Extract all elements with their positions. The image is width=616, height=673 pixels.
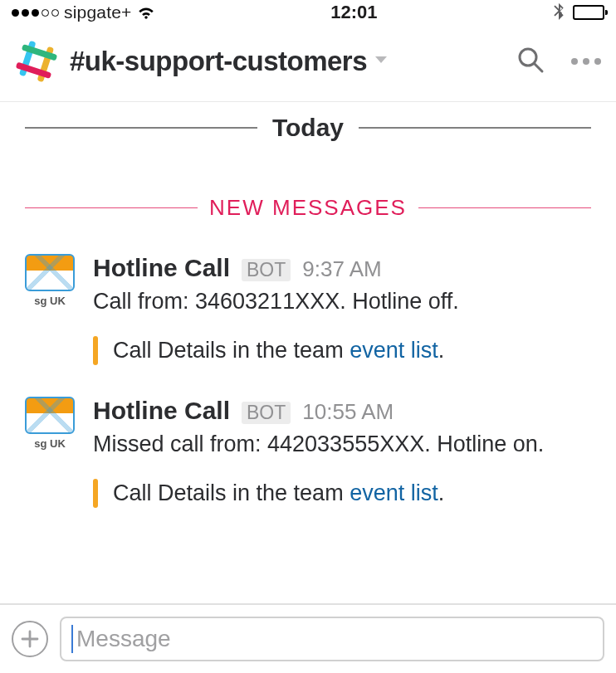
new-messages-label: NEW MESSAGES <box>198 195 418 221</box>
event-list-link[interactable]: event list <box>350 480 438 505</box>
wifi-icon <box>137 5 155 20</box>
message-placeholder: Message <box>76 626 171 652</box>
attachment-prefix: Call Details in the team <box>113 338 350 363</box>
avatar-caption: sg UK <box>34 437 66 450</box>
attachment-color-bar <box>93 479 98 508</box>
date-label: Today <box>257 114 359 142</box>
message-text: Call from: 34603211XXX. Hotline off. <box>93 285 598 318</box>
signal-strength-icon <box>12 9 59 17</box>
event-list-link[interactable]: event list <box>350 338 438 363</box>
svg-line-5 <box>535 64 542 71</box>
channel-name: #uk-support-customers <box>70 46 367 77</box>
attachment-suffix: . <box>438 338 445 363</box>
message-timestamp: 10:55 AM <box>302 399 394 425</box>
status-time: 12:01 <box>155 2 553 23</box>
attachment-color-bar <box>93 336 98 365</box>
more-options-button[interactable] <box>571 58 601 65</box>
message-input[interactable]: Message <box>60 617 604 661</box>
chevron-down-icon <box>374 54 389 69</box>
message-composer: Message <box>0 603 616 673</box>
bluetooth-icon <box>553 2 565 24</box>
channel-header: #uk-support-customers <box>0 25 616 102</box>
status-left: sipgate+ <box>12 2 155 22</box>
attachment-text: Call Details in the team event list. <box>113 336 444 365</box>
bot-badge: BOT <box>242 402 291 424</box>
attachment-text: Call Details in the team event list. <box>113 479 444 508</box>
status-bar: sipgate+ 12:01 <box>0 0 616 25</box>
new-messages-divider: NEW MESSAGES <box>0 149 616 229</box>
message-item: sg UK Hotline Call BOT 9:37 AM Call from… <box>0 239 616 382</box>
text-caret <box>71 625 73 653</box>
message-item: sg UK Hotline Call BOT 10:55 AM Missed c… <box>0 382 616 524</box>
message-attachment: Call Details in the team event list. <box>93 479 598 508</box>
message-author[interactable]: Hotline Call <box>93 397 230 425</box>
workspace-icon[interactable] <box>15 40 58 83</box>
channel-name-button[interactable]: #uk-support-customers <box>70 46 389 77</box>
avatar-image <box>25 254 75 291</box>
status-right <box>553 2 604 24</box>
battery-icon <box>573 5 604 20</box>
avatar[interactable]: sg UK <box>23 254 76 307</box>
message-timestamp: 9:37 AM <box>302 256 381 282</box>
date-divider: Today <box>0 102 616 149</box>
attachment-prefix: Call Details in the team <box>113 480 350 505</box>
search-button[interactable] <box>516 46 545 77</box>
avatar-image <box>25 397 75 434</box>
avatar[interactable]: sg UK <box>23 397 76 450</box>
avatar-caption: sg UK <box>34 295 66 307</box>
attachment-suffix: . <box>438 480 445 505</box>
message-attachment: Call Details in the team event list. <box>93 336 598 365</box>
message-list: sg UK Hotline Call BOT 9:37 AM Call from… <box>0 229 616 524</box>
message-author[interactable]: Hotline Call <box>93 254 230 282</box>
message-text: Missed call from: 442033555XXX. Hotline … <box>93 428 598 461</box>
add-attachment-button[interactable] <box>12 621 48 657</box>
carrier-label: sipgate+ <box>64 2 132 22</box>
bot-badge: BOT <box>242 259 291 281</box>
